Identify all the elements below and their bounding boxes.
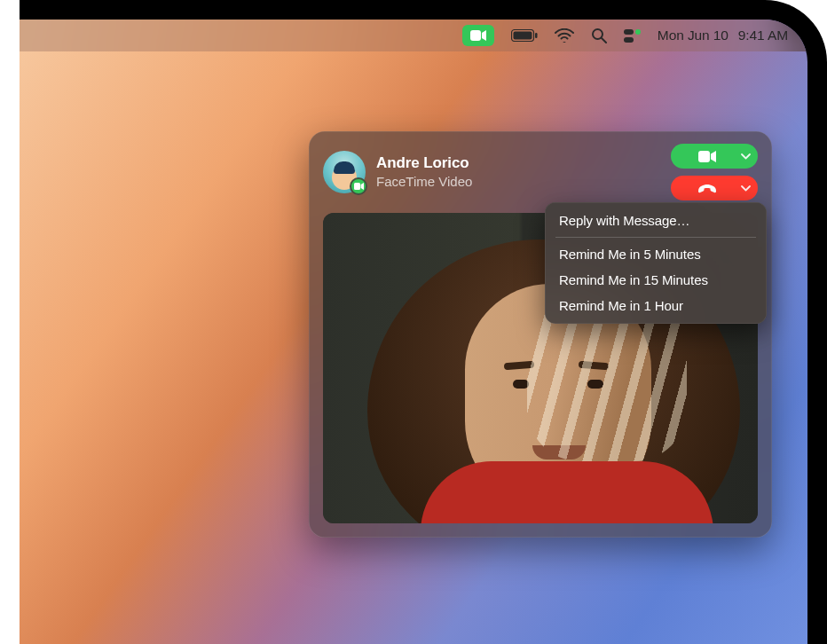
chevron-down-icon [741,185,751,192]
control-center-active-dot [635,29,641,35]
svg-rect-3 [535,33,538,38]
svg-rect-2 [513,32,532,40]
caller-subtitle: FaceTime Video [376,174,660,190]
wifi-icon [555,28,574,43]
svg-rect-6 [354,183,360,190]
battery-icon [511,29,538,42]
menu-item-reply-with-message[interactable]: Reply with Message… [550,208,761,233]
control-center-icon [624,37,634,43]
svg-line-5 [602,38,606,43]
chevron-down-icon [741,153,751,160]
menu-item-remind-5-min[interactable]: Remind Me in 5 Minutes [550,241,761,267]
control-center-icon [624,29,634,35]
caller-info: Andre Lorico FaceTime Video [376,154,660,189]
caller-avatar [323,151,366,193]
video-icon [470,30,486,41]
menubar-facetime-indicator[interactable] [462,25,494,46]
svg-rect-0 [470,30,481,41]
accept-call-button[interactable] [671,144,758,169]
caller-name: Andre Lorico [376,154,660,172]
notification-header: Andre Lorico FaceTime Video [309,131,772,209]
menu-item-remind-1-hour[interactable]: Remind Me in 1 Hour [550,293,761,318]
menubar-battery[interactable] [511,29,538,42]
menubar-spotlight[interactable] [591,27,607,43]
menubar-wifi[interactable] [555,28,574,43]
menubar-time[interactable]: 9:41 AM [738,27,788,43]
search-icon [591,27,607,43]
device-frame: Mon Jun 10 9:41 AM Andre Lorico FaceTime… [0,0,827,644]
menu-separator [555,237,756,238]
desktop-screen: Mon Jun 10 9:41 AM Andre Lorico FaceTime… [20,20,807,644]
menubar-date[interactable]: Mon Jun 10 [658,27,729,43]
facetime-badge-icon [350,177,367,195]
call-action-buttons [671,144,758,200]
decline-call-button[interactable] [671,176,758,200]
menu-item-remind-15-min[interactable]: Remind Me in 15 Minutes [550,267,761,293]
phone-down-icon [697,184,718,193]
svg-rect-7 [698,151,710,162]
video-icon [698,151,716,162]
decline-options-menu: Reply with Message… Remind Me in 5 Minut… [545,202,767,324]
menu-bar: Mon Jun 10 9:41 AM [20,20,807,51]
facetime-incoming-notification: Andre Lorico FaceTime Video [309,131,772,538]
menubar-control-center[interactable] [624,29,641,43]
